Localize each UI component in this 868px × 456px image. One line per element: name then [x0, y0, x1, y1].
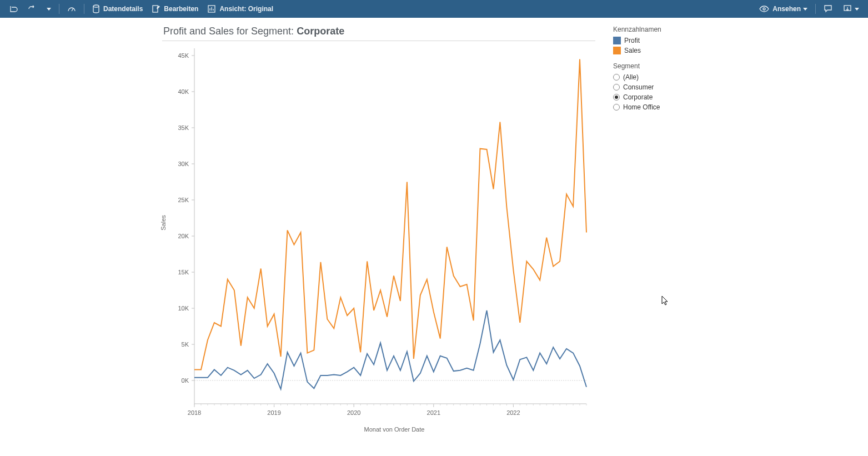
segment-option[interactable]: Consumer — [613, 83, 859, 91]
chart-icon — [207, 4, 216, 13]
performance-button[interactable] — [63, 0, 81, 18]
segment-option-label: Home Office — [623, 103, 660, 111]
svg-text:25K: 25K — [178, 197, 189, 203]
svg-text:2022: 2022 — [506, 409, 520, 416]
sales-line[interactable] — [194, 59, 586, 370]
svg-text:2019: 2019 — [267, 409, 280, 416]
radio-icon — [613, 104, 620, 111]
segment-option-label: (Alle) — [623, 73, 639, 81]
legend-swatch — [613, 47, 621, 54]
separator — [84, 4, 84, 14]
profit-line[interactable] — [194, 310, 586, 389]
svg-text:40K: 40K — [178, 88, 189, 95]
watch-button[interactable]: Ansehen — [755, 0, 812, 18]
svg-text:2018: 2018 — [188, 409, 201, 416]
redo-button[interactable] — [22, 0, 40, 18]
main-content: Profit and Sales for Segment: Corporate … — [0, 18, 868, 456]
svg-point-3 — [763, 8, 765, 10]
legend-item[interactable]: Profit — [613, 37, 859, 44]
toolbar: Datendetails Bearbeiten Ansicht: Origina… — [0, 0, 868, 18]
watch-label: Ansehen — [772, 5, 801, 13]
download-icon — [842, 4, 852, 13]
separator — [815, 4, 816, 14]
segment-option-label: Corporate — [623, 93, 653, 101]
redo-dropdown[interactable] — [40, 0, 56, 18]
svg-text:45K: 45K — [178, 52, 189, 59]
download-button[interactable] — [838, 0, 864, 18]
comments-button[interactable] — [819, 0, 838, 18]
svg-point-0 — [93, 5, 99, 7]
eye-icon — [759, 5, 769, 13]
chevron-down-icon — [855, 8, 859, 11]
svg-text:10K: 10K — [178, 305, 189, 312]
chart-zone: Sales Monat von Order Date 0K5K10K15K20K… — [0, 41, 604, 452]
segment-option[interactable]: Corporate — [613, 93, 859, 101]
svg-text:15K: 15K — [178, 269, 189, 275]
radio-icon — [613, 74, 620, 81]
legend-label: Profit — [624, 37, 640, 44]
comment-icon — [824, 4, 834, 13]
separator — [59, 4, 59, 14]
svg-text:20K: 20K — [178, 233, 189, 239]
legend-title: Kennzahlnamen — [613, 26, 859, 33]
legend-label: Sales — [624, 47, 641, 54]
svg-text:0K: 0K — [182, 377, 189, 384]
svg-text:2021: 2021 — [427, 409, 440, 416]
radio-icon — [613, 94, 620, 101]
edit-button[interactable]: Bearbeiten — [147, 0, 203, 18]
radio-icon — [613, 84, 620, 91]
chart-title: Profit and Sales for Segment: Corporate — [163, 26, 604, 37]
data-details-button[interactable]: Datendetails — [88, 0, 147, 18]
segment-option-label: Consumer — [623, 83, 654, 91]
segment-option[interactable]: (Alle) — [613, 73, 859, 81]
chevron-down-icon — [803, 8, 807, 11]
edit-label: Bearbeiten — [164, 5, 198, 13]
svg-text:35K: 35K — [178, 124, 189, 131]
legend-list: ProfitSales — [613, 37, 859, 54]
data-details-label: Datendetails — [103, 5, 143, 13]
gauge-icon — [67, 4, 76, 13]
visualization-panel: Profit and Sales for Segment: Corporate … — [0, 18, 604, 456]
svg-text:2020: 2020 — [347, 409, 360, 416]
legend-item[interactable]: Sales — [613, 47, 859, 54]
view-label: Ansicht: Original — [219, 5, 273, 13]
undo-icon — [9, 4, 18, 13]
filter-title: Segment — [613, 62, 859, 70]
legend-swatch — [613, 37, 621, 44]
chevron-down-icon — [47, 8, 51, 11]
redo-icon — [27, 4, 36, 13]
filter-option-list: (Alle)ConsumerCorporateHome Office — [613, 73, 859, 111]
view-button[interactable]: Ansicht: Original — [203, 0, 278, 18]
side-panel: Kennzahlnamen ProfitSales Segment (Alle)… — [604, 18, 868, 456]
undo-button[interactable] — [4, 0, 22, 18]
svg-text:5K: 5K — [182, 341, 189, 348]
line-chart[interactable]: 0K5K10K15K20K25K30K35K40K45K201820192020… — [0, 41, 604, 440]
edit-icon — [152, 4, 160, 13]
segment-filter: Segment (Alle)ConsumerCorporateHome Offi… — [613, 62, 859, 111]
segment-option[interactable]: Home Office — [613, 103, 859, 111]
svg-text:30K: 30K — [178, 161, 189, 167]
database-icon — [92, 4, 100, 13]
